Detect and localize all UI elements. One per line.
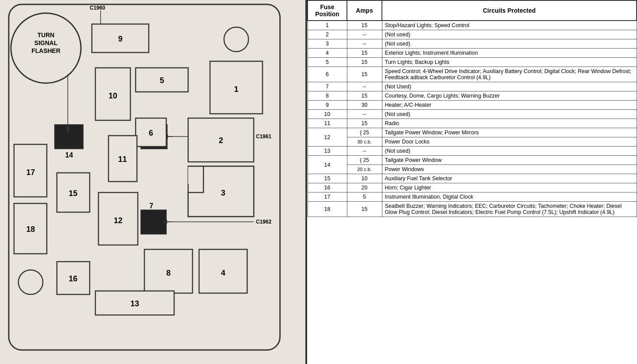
fuse-amps-cell: -- (347, 110, 382, 119)
fuse-amps-cell: -- (347, 30, 382, 39)
fuse-position-cell: 4 (308, 49, 347, 58)
svg-text:18: 18 (26, 225, 35, 234)
fuse-circuits-cell: Courtesy, Dome, Cargo Lights; Warning Bu… (382, 91, 637, 101)
fuse-position-cell: 12 (308, 128, 347, 147)
fuse-amps-cell: 15 (347, 119, 382, 128)
fuse-position-cell: 3 (308, 39, 347, 49)
fuse-amps-cell: 15 (347, 91, 382, 101)
fuse-circuits-cell: Exterior Lights; Instrument Illumination (382, 49, 637, 58)
fuse-circuits-cell: Seatbelt Buzzer; Warning Indicators; EEC… (382, 202, 637, 217)
svg-text:13: 13 (130, 299, 139, 308)
svg-text:12: 12 (114, 216, 122, 225)
fuse-amps-cell: 20 (347, 183, 382, 192)
svg-text:11: 11 (118, 155, 127, 164)
fuse-amps-cell: -- (347, 147, 382, 156)
fuse-diagram-svg: TURN SIGNAL FLASHER C1960 9 5 1 10 14 C1 (0, 0, 306, 364)
svg-rect-40 (141, 210, 166, 234)
table-row: 175Instrument Illumination, Digital Cloc… (308, 192, 637, 202)
fuse-position-cell: 15 (308, 174, 347, 183)
svg-text:4: 4 (221, 269, 225, 277)
table-row: 7--(Not Used) (308, 82, 637, 91)
svg-text:10: 10 (108, 91, 117, 100)
svg-point-9 (224, 27, 248, 52)
svg-text:15: 15 (69, 189, 77, 198)
fuse-circuits-cell: Speed Control; 4-Wheel Drive Indicator; … (382, 67, 637, 82)
fuse-amps-cell: 20 c.b. (347, 165, 382, 174)
fuse-circuits-cell: Radio (382, 119, 637, 128)
fuse-circuits-cell: Auxiliary Fuel Tank Selector (382, 174, 637, 183)
fuse-position-cell: 13 (308, 147, 347, 156)
fuse-position-cell: 18 (308, 202, 347, 217)
fuse-circuits-cell: Heater; A/C-Heater (382, 101, 637, 110)
fuse-amps-cell: { 25 (347, 128, 382, 137)
table-row: 930Heater; A/C-Heater (308, 101, 637, 110)
fuse-amps-cell: 15 (347, 202, 382, 217)
svg-text:TURN: TURN (38, 32, 55, 38)
table-row: 1815Seatbelt Buzzer; Warning Indicators;… (308, 202, 637, 217)
svg-text:16: 16 (69, 274, 77, 283)
fuse-circuits-cell: Power Door Locks (382, 137, 637, 147)
fuse-position-cell: 11 (308, 119, 347, 128)
svg-text:8: 8 (166, 269, 171, 277)
fuse-position-cell: 2 (308, 30, 347, 39)
fuse-circuits-cell: (Not used) (382, 110, 637, 119)
fuse-circuits-cell: Tailgate Power Window; Power Mirrors (382, 128, 637, 137)
fuse-circuits-cell: (Not used) (382, 30, 637, 39)
table-row: 13--(Not used) (308, 147, 637, 156)
fuse-diagram-panel: TURN SIGNAL FLASHER C1960 9 5 1 10 14 C1 (0, 0, 306, 364)
table-row: 615Speed Control; 4-Wheel Drive Indicato… (308, 67, 637, 82)
svg-text:C1962: C1962 (256, 219, 272, 225)
fuse-circuits-cell: (Not Used) (382, 82, 637, 91)
fuse-position-cell: 8 (308, 91, 347, 101)
fuse-table: FusePosition Amps Circuits Protected 115… (307, 0, 637, 217)
svg-text:6: 6 (149, 129, 153, 137)
fuse-amps-cell: 10 (347, 174, 382, 183)
fuse-circuits-cell: Turn Lights; Backup Lights (382, 58, 637, 67)
table-row: 2--(Not used) (308, 30, 637, 39)
svg-text:C1960: C1960 (90, 5, 105, 11)
table-row: 30 c.b.Power Door Locks (308, 137, 637, 147)
header-fuse-position: FusePosition (308, 0, 347, 21)
svg-text:17: 17 (26, 168, 35, 177)
svg-text:SIGNAL: SIGNAL (35, 39, 58, 46)
fuse-circuits-cell: Stop/Hazard Lights; Speed Control (382, 21, 637, 30)
svg-text:1: 1 (234, 85, 238, 94)
fuse-position-cell: 7 (308, 82, 347, 91)
fuse-amps-cell: 5 (347, 192, 382, 202)
fuse-position-cell: 16 (308, 183, 347, 192)
table-row: 3--(Not used) (308, 39, 637, 49)
svg-text:5: 5 (160, 76, 164, 85)
table-row: 815Courtesy, Dome, Cargo Lights; Warning… (308, 91, 637, 101)
header-amps: Amps (347, 0, 382, 21)
fuse-position-cell: 10 (308, 110, 347, 119)
table-row: 415Exterior Lights; Instrument Illuminat… (308, 49, 637, 58)
fuse-position-cell: 5 (308, 58, 347, 67)
fuse-circuits-cell: Power Windows (382, 165, 637, 174)
fuse-position-cell: 17 (308, 192, 347, 202)
fuse-position-cell: 6 (308, 67, 347, 82)
fuse-circuits-cell: Tailgate Power Window (382, 156, 637, 165)
svg-point-52 (18, 270, 43, 294)
fuse-position-cell: 1 (308, 21, 347, 30)
table-row: 1115Radio (308, 119, 637, 128)
fuse-amps-cell: 30 c.b. (347, 137, 382, 147)
svg-text:3: 3 (221, 189, 225, 197)
table-row: 14{ 25Tailgate Power Window (308, 156, 637, 165)
svg-text:7: 7 (150, 202, 154, 210)
svg-text:9: 9 (118, 35, 122, 43)
table-row: 1620Horn; Cigar Lighter (308, 183, 637, 192)
fuse-position-cell: 14 (308, 156, 347, 174)
table-row: 10--(Not used) (308, 110, 637, 119)
table-row: 1510Auxiliary Fuel Tank Selector (308, 174, 637, 183)
fuse-circuits-cell: Instrument Illumination, Digital Clock (382, 192, 637, 202)
fuse-amps-cell: -- (347, 82, 382, 91)
table-row: 515Turn Lights; Backup Lights (308, 58, 637, 67)
svg-text:FLASHER: FLASHER (32, 47, 60, 54)
table-row: 20 c.b.Power Windows (308, 165, 637, 174)
fuse-amps-cell: { 25 (347, 156, 382, 165)
fuse-amps-cell: 15 (347, 49, 382, 58)
fuse-amps-cell: 15 (347, 67, 382, 82)
svg-text:C1961: C1961 (256, 133, 272, 140)
fuse-circuits-cell: (Not used) (382, 147, 637, 156)
fuse-amps-cell: 15 (347, 58, 382, 67)
